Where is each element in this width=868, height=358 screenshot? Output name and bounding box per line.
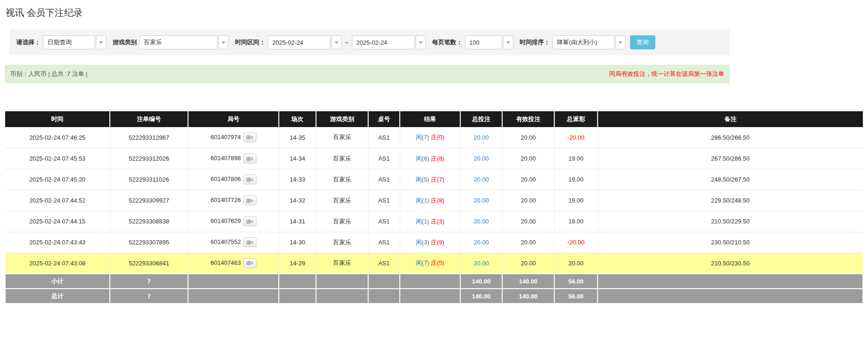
- result-banker: 庄(3): [431, 218, 444, 225]
- chevron-down-icon[interactable]: [331, 35, 342, 49]
- result-banker: 庄(8): [431, 155, 444, 162]
- cell-result: 闲(6) 庄(8): [400, 148, 460, 169]
- result-player: 闲(1): [416, 197, 429, 204]
- cell-bet-id: 522293309927: [110, 190, 188, 211]
- cell-remark: 267.50/286.50: [598, 148, 863, 169]
- column-header: 总投注: [460, 111, 502, 127]
- chevron-down-icon[interactable]: [503, 35, 513, 49]
- summary-valid-bet: 140.00: [502, 274, 554, 289]
- cell-table-no: AS1: [368, 169, 400, 190]
- video-replay-icon[interactable]: [243, 133, 256, 142]
- top-section: 请选择： 日期查询 游戏类别 百家乐 时间区间： 2025-02-24 ~ 20…: [5, 29, 730, 83]
- cell-round-id: 601407552: [188, 232, 279, 253]
- date-to-value[interactable]: 2025-02-24: [352, 35, 415, 49]
- cell-game-type: 百家乐: [316, 127, 368, 148]
- cell-remark: 229.50/248.50: [598, 190, 863, 211]
- column-header: 结果: [400, 111, 460, 127]
- video-camera-icon: [246, 198, 253, 203]
- summary-row: 小计7140.00140.0056.00: [5, 274, 863, 289]
- cell-valid-bet: 20.00: [502, 190, 554, 211]
- chevron-down-icon: [419, 41, 423, 44]
- cell-session: 14-30: [279, 232, 316, 253]
- cell-valid-bet: 20.00: [502, 232, 554, 253]
- video-camera-icon: [246, 240, 253, 245]
- cell-result: 闲(1) 庄(8): [400, 190, 460, 211]
- sort-select[interactable]: 降冪(由大到小): [552, 35, 626, 49]
- cell-result: 闲(1) 庄(3): [400, 211, 460, 232]
- page-size-input[interactable]: 100: [465, 35, 513, 49]
- total-bet-link[interactable]: 20.00: [474, 155, 489, 162]
- total-bet-link[interactable]: 20.00: [474, 218, 489, 225]
- cell-result: 闲(5) 庄(7): [400, 169, 460, 190]
- summary-label: 总计: [5, 289, 110, 304]
- table-body: 2025-02-24 07:46:25522293312967601407974…: [5, 127, 863, 274]
- page-size-label: 每页笔数：: [432, 38, 463, 47]
- date-from-input[interactable]: 2025-02-24: [268, 35, 342, 49]
- search-button[interactable]: 查询: [630, 35, 655, 49]
- video-replay-icon[interactable]: [243, 216, 256, 226]
- chevron-down-icon: [222, 41, 225, 44]
- total-bet-link[interactable]: 20.00: [474, 134, 489, 141]
- table-header-row: 时间注单编号局号场次游戏类别桌号结果总投注有效投注总派彩备注: [5, 111, 863, 127]
- video-replay-icon[interactable]: [243, 196, 256, 205]
- video-replay-icon[interactable]: [243, 237, 256, 247]
- chevron-down-icon[interactable]: [96, 35, 106, 49]
- info-bar: 币别：人民币 | 总共 :7 注单 | 同局有效投注，统一计算在该局第一张注单: [5, 65, 730, 83]
- column-header: 桌号: [368, 111, 400, 127]
- cell-time: 2025-02-24 07:43:08: [5, 253, 110, 274]
- round-number: 601407898: [210, 155, 241, 162]
- query-type-value[interactable]: 日期查询: [43, 35, 95, 49]
- total-bet-link[interactable]: 20.00: [474, 260, 489, 267]
- table-row: 2025-02-24 07:43:43522293307895601407552…: [5, 232, 863, 253]
- round-number: 601407629: [210, 217, 241, 224]
- cell-time: 2025-02-24 07:45:20: [5, 169, 110, 190]
- chevron-down-icon[interactable]: [218, 35, 229, 49]
- cell-session: 14-35: [279, 127, 316, 148]
- round-number: 601407806: [210, 176, 241, 182]
- cell-round-id: 601407974: [188, 127, 279, 148]
- summary-row: 总计7140.00140.0056.00: [5, 289, 863, 304]
- cell-time: 2025-02-24 07:46:25: [5, 127, 110, 148]
- summary-valid-bet: 140.00: [502, 289, 554, 304]
- cell-time: 2025-02-24 07:45:53: [5, 148, 110, 169]
- notice-text: 同局有效投注，统一计算在该局第一张注单: [609, 70, 724, 78]
- cell-valid-bet: 20.00: [502, 127, 554, 148]
- total-bet-link[interactable]: 20.00: [474, 197, 489, 204]
- chevron-down-icon[interactable]: [615, 35, 626, 49]
- video-replay-icon[interactable]: [243, 154, 256, 163]
- page-size-value[interactable]: 100: [465, 35, 502, 49]
- cell-round-id: 601407898: [188, 148, 279, 169]
- result-player: 闲(1): [416, 218, 429, 225]
- date-to-input[interactable]: 2025-02-24: [352, 35, 426, 49]
- table-row: 2025-02-24 07:44:52522293309927601407726…: [5, 190, 863, 211]
- result-player: 闲(7): [416, 259, 429, 266]
- chevron-down-icon: [335, 41, 338, 44]
- cell-payout: 20.00: [554, 253, 598, 274]
- cell-round-id: 601407726: [188, 190, 279, 211]
- cell-table-no: AS1: [368, 148, 400, 169]
- time-range-label: 时间区间：: [235, 38, 265, 47]
- result-player: 闲(6): [416, 155, 429, 162]
- cell-valid-bet: 20.00: [502, 148, 554, 169]
- video-replay-icon[interactable]: [243, 258, 256, 268]
- video-replay-icon[interactable]: [243, 175, 256, 184]
- cell-time: 2025-02-24 07:44:15: [5, 211, 110, 232]
- summary-total-bet: 140.00: [460, 274, 502, 289]
- cell-total-bet: 20.00: [460, 232, 502, 253]
- cell-bet-id: 522293311026: [110, 169, 188, 190]
- cell-payout: -20.00: [554, 127, 598, 148]
- game-type-select[interactable]: 百家乐: [139, 35, 229, 49]
- total-bet-link[interactable]: 20.00: [474, 239, 489, 246]
- game-type-value[interactable]: 百家乐: [139, 35, 217, 49]
- cell-session: 14-34: [279, 148, 316, 169]
- bet-records-table: 时间注单编号局号场次游戏类别桌号结果总投注有效投注总派彩备注 2025-02-2…: [5, 111, 863, 304]
- cell-payout: 19.00: [554, 169, 598, 190]
- column-header: 时间: [5, 111, 110, 127]
- date-from-value[interactable]: 2025-02-24: [268, 35, 330, 49]
- total-bet-link[interactable]: 20.00: [474, 176, 489, 183]
- sort-label: 时间排序：: [520, 38, 550, 47]
- query-type-select[interactable]: 日期查询: [43, 35, 106, 49]
- table-row: 2025-02-24 07:44:15522293308838601407629…: [5, 211, 863, 232]
- chevron-down-icon[interactable]: [416, 35, 426, 49]
- sort-value[interactable]: 降冪(由大到小): [552, 35, 614, 49]
